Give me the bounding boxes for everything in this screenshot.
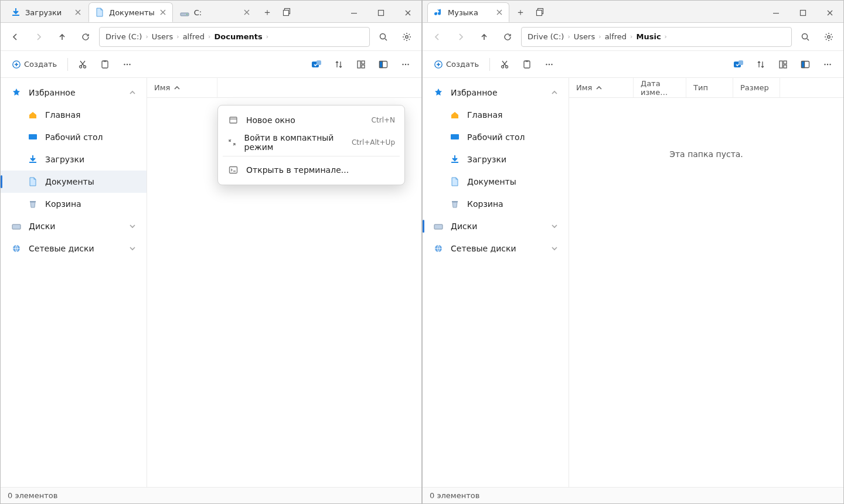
split-button[interactable] — [373, 55, 393, 74]
svg-rect-52 — [784, 61, 787, 64]
refresh-button[interactable] — [498, 27, 518, 47]
close-icon[interactable] — [243, 9, 250, 16]
document-icon — [450, 176, 460, 187]
overflow-button[interactable] — [818, 55, 838, 74]
menu-item-0[interactable]: Новое окно Ctrl+N — [222, 109, 401, 131]
chevron-down-icon — [551, 245, 558, 252]
sidebar-item-document[interactable]: Документы — [1, 171, 147, 193]
tab-overview-button[interactable] — [530, 2, 550, 22]
column-headers[interactable]: Имя — [147, 78, 421, 98]
svg-point-25 — [405, 63, 406, 64]
new-tab-button[interactable]: ＋ — [257, 2, 277, 22]
paste-button[interactable] — [95, 55, 115, 74]
create-button[interactable]: Создать — [6, 55, 63, 74]
sidebar: ИзбранноеГлавнаяРабочий столЗагрузкиДоку… — [1, 78, 147, 487]
settings-button[interactable] — [819, 27, 839, 47]
settings-button[interactable] — [397, 27, 417, 47]
column-0[interactable]: Имя — [569, 78, 634, 97]
select-toggle-button[interactable] — [307, 55, 326, 74]
layout-button[interactable] — [351, 55, 371, 74]
split-button[interactable] — [795, 55, 815, 74]
sidebar-section-drives[interactable]: Диски — [423, 215, 569, 237]
desktop-icon — [450, 132, 460, 142]
more-actions-button[interactable] — [117, 55, 137, 74]
breadcrumb-segment[interactable]: Music — [634, 31, 663, 42]
breadcrumb-segment[interactable]: alfred — [603, 31, 629, 42]
sort-button[interactable] — [751, 55, 771, 74]
close-icon[interactable] — [159, 9, 166, 16]
search-button[interactable] — [373, 27, 393, 47]
sidebar-section-favorites[interactable]: Избранное — [1, 81, 147, 104]
svg-point-58 — [829, 63, 831, 64]
layout-button[interactable] — [773, 55, 793, 74]
sidebar-item-download[interactable]: Загрузки — [423, 148, 569, 171]
pin-icon — [11, 87, 22, 98]
breadcrumb-segment[interactable]: Users — [149, 31, 175, 42]
breadcrumb[interactable]: Drive (C:)›Users›alfred›Documents› — [99, 27, 370, 47]
search-button[interactable] — [795, 27, 815, 47]
breadcrumb-segment[interactable]: Drive (C:) — [103, 31, 144, 42]
new-tab-button[interactable]: ＋ — [511, 2, 530, 22]
sidebar-section-favorites[interactable]: Избранное — [423, 81, 569, 104]
breadcrumb[interactable]: Drive (C:)›Users›alfred›Music› — [521, 27, 792, 47]
svg-rect-37 — [773, 13, 779, 13]
more-actions-button[interactable] — [539, 55, 559, 74]
sidebar-item-download[interactable]: Загрузки — [1, 148, 147, 171]
close-window-button[interactable] — [816, 4, 843, 22]
tab-1[interactable]: Документы — [89, 2, 173, 22]
close-window-button[interactable] — [394, 4, 421, 22]
column-0[interactable]: Имя — [147, 78, 217, 97]
refresh-button[interactable] — [76, 27, 96, 47]
select-toggle-button[interactable] — [729, 55, 748, 74]
minimize-button[interactable] — [341, 4, 367, 22]
sidebar-item-desktop[interactable]: Рабочий стол — [423, 126, 569, 148]
sidebar-item-home[interactable]: Главная — [1, 104, 147, 126]
menu-item-1[interactable]: Войти в компактный режим Ctrl+Alt+Up — [222, 131, 401, 154]
close-icon[interactable] — [74, 9, 81, 16]
minimize-button[interactable] — [763, 4, 789, 22]
column-2[interactable]: Тип — [686, 78, 733, 97]
breadcrumb-segment[interactable]: alfred — [181, 31, 207, 42]
svg-rect-51 — [780, 61, 782, 68]
column-headers[interactable]: ИмяДата изме…ТипРазмер — [569, 78, 843, 98]
sidebar-item-document[interactable]: Документы — [423, 171, 569, 193]
tab-overview-button[interactable] — [277, 2, 297, 22]
sidebar-section-network[interactable]: Сетевые диски — [1, 237, 147, 260]
back-button[interactable] — [427, 27, 447, 47]
sidebar-item-home[interactable]: Главная — [423, 104, 569, 126]
compact-icon — [227, 137, 237, 148]
breadcrumb-segment[interactable]: Documents — [212, 31, 265, 42]
tab-2[interactable]: C: — [174, 2, 256, 22]
breadcrumb-segment[interactable]: Drive (C:) — [525, 31, 566, 42]
maximize-button[interactable] — [789, 4, 816, 22]
back-button[interactable] — [5, 27, 25, 47]
chevron-down-icon — [129, 245, 136, 252]
sidebar-item-trash[interactable]: Корзина — [423, 193, 569, 215]
maximize-button[interactable] — [367, 4, 394, 22]
sidebar-item-desktop[interactable]: Рабочий стол — [1, 126, 147, 148]
up-button[interactable] — [52, 27, 72, 47]
up-button[interactable] — [474, 27, 494, 47]
menu-item-3[interactable]: Открыть в терминале... — [222, 159, 401, 181]
cut-button[interactable] — [73, 55, 93, 74]
overflow-button[interactable] — [396, 55, 416, 74]
create-button[interactable]: Создать — [428, 55, 485, 74]
tab-0[interactable]: Загрузки — [5, 2, 87, 22]
column-3[interactable]: Размер — [733, 78, 780, 97]
sidebar-item-trash[interactable]: Корзина — [1, 193, 147, 215]
column-1[interactable]: Дата изме… — [634, 78, 686, 97]
cut-button[interactable] — [495, 55, 515, 74]
breadcrumb-segment[interactable]: Users — [571, 31, 597, 42]
sidebar-section-network[interactable]: Сетевые диски — [423, 237, 569, 260]
document-icon — [95, 8, 104, 17]
svg-point-57 — [827, 63, 828, 64]
sidebar-section-drives[interactable]: Диски — [1, 215, 147, 237]
forward-button[interactable] — [29, 27, 49, 47]
close-icon[interactable] — [496, 9, 503, 16]
svg-point-7 — [380, 33, 386, 39]
paste-button[interactable] — [517, 55, 537, 74]
forward-button[interactable] — [451, 27, 471, 47]
menu-separator — [223, 156, 400, 156]
tab-0[interactable]: Музыка — [427, 2, 509, 22]
sort-button[interactable] — [329, 55, 349, 74]
